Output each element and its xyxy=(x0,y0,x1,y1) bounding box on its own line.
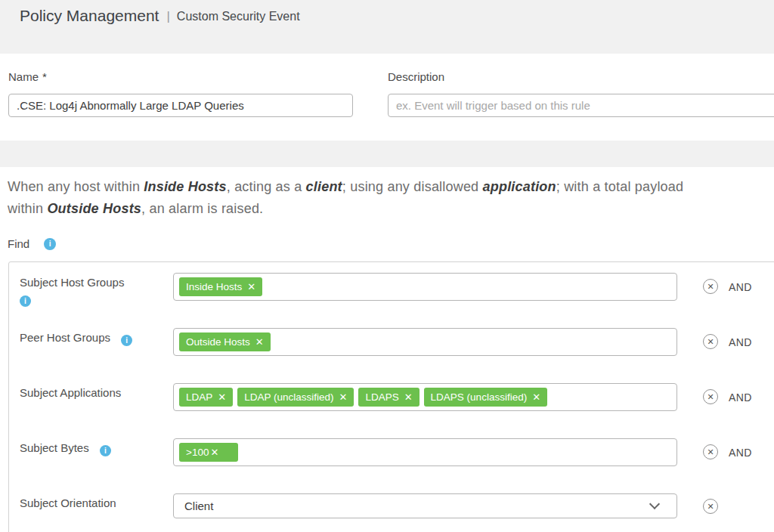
selected-tag: Inside Hosts✕ xyxy=(179,277,262,296)
row-label: Subject Applications xyxy=(20,386,121,399)
finder-row-subject-host-groups: Subject Host Groups i Inside Hosts✕ ✕ AN… xyxy=(9,273,774,308)
info-icon[interactable]: i xyxy=(44,238,56,250)
tag-remove-icon[interactable]: ✕ xyxy=(218,392,226,402)
row-label: Subject Bytes xyxy=(20,441,89,454)
subject-bytes-field[interactable]: >100✕ xyxy=(173,438,677,466)
required-asterisk: * xyxy=(42,70,47,83)
remove-condition-button[interactable]: ✕ xyxy=(703,334,718,349)
selected-tag: >100✕ xyxy=(179,443,238,462)
subject-host-groups-field[interactable]: Inside Hosts✕ xyxy=(173,273,677,301)
finder-row-subject-orientation: Subject Orientation Client ✕ xyxy=(9,493,774,528)
name-input[interactable] xyxy=(8,94,353,117)
find-section-header: Find i xyxy=(8,237,56,250)
tag-remove-icon[interactable]: ✕ xyxy=(210,447,218,457)
header-band: Policy Management | Custom Security Even… xyxy=(0,0,774,54)
emphasis-text: client xyxy=(306,179,342,194)
description-input[interactable] xyxy=(388,94,774,117)
plain-text: ; with a total payload xyxy=(556,179,684,194)
tag-label: >100 xyxy=(186,447,209,458)
chevron-down-icon xyxy=(649,499,660,509)
subject-applications-field[interactable]: LDAP✕LDAP (unclassified)✕LDAPS✕LDAPS (un… xyxy=(173,383,677,411)
and-operator-label: AND xyxy=(729,281,752,293)
tag-remove-icon[interactable]: ✕ xyxy=(247,282,255,292)
remove-condition-button[interactable]: ✕ xyxy=(703,279,718,294)
row-label: Peer Host Groups xyxy=(20,331,110,344)
summary-line-2: within Outside Hosts, an alarm is raised… xyxy=(8,198,774,220)
selected-tag: Outside Hosts✕ xyxy=(179,332,271,351)
subject-orientation-select[interactable]: Client xyxy=(173,493,677,518)
finder-row-subject-applications: Subject Applications LDAP✕LDAP (unclassi… xyxy=(9,383,774,418)
info-icon[interactable]: i xyxy=(20,295,31,307)
plain-text: within xyxy=(8,201,47,216)
plain-text: ; using any disallowed xyxy=(342,179,483,194)
tag-remove-icon[interactable]: ✕ xyxy=(255,337,264,347)
name-label: Name xyxy=(8,70,39,83)
tag-label: LDAP (unclassified) xyxy=(244,391,333,403)
tag-label: LDAPS xyxy=(365,391,398,403)
selected-tag: LDAPS✕ xyxy=(358,388,419,407)
section-divider xyxy=(0,141,774,167)
plain-text: , an alarm is raised. xyxy=(141,201,263,216)
summary-line-1: When any host within Inside Hosts, actin… xyxy=(8,176,774,198)
emphasis-text: Outside Hosts xyxy=(47,201,141,216)
info-icon[interactable]: i xyxy=(121,335,132,346)
emphasis-text: application xyxy=(483,179,556,194)
finder-panel: Subject Host Groups i Inside Hosts✕ ✕ AN… xyxy=(8,261,774,532)
page-title: Policy Management xyxy=(20,7,159,25)
finder-row-subject-bytes: Subject Bytes i >100✕ ✕ AND xyxy=(9,438,774,473)
and-operator-label: AND xyxy=(729,391,752,404)
row-label: Subject Orientation xyxy=(20,496,116,509)
tag-label: Outside Hosts xyxy=(186,336,250,348)
tag-remove-icon[interactable]: ✕ xyxy=(404,392,413,402)
selected-tag: LDAPS (unclassified)✕ xyxy=(424,388,547,407)
plain-text: When any host within xyxy=(8,179,144,194)
tag-remove-icon[interactable]: ✕ xyxy=(532,392,540,402)
plain-text: , acting as a xyxy=(227,179,306,194)
row-label: Subject Host Groups xyxy=(20,276,124,289)
and-operator-label: AND xyxy=(729,447,752,459)
finder-row-peer-host-groups: Peer Host Groups i Outside Hosts✕ ✕ AND xyxy=(9,328,774,363)
selected-option-label: Client xyxy=(184,500,213,512)
and-operator-label: AND xyxy=(729,336,752,348)
peer-host-groups-field[interactable]: Outside Hosts✕ xyxy=(173,328,677,356)
tag-label: LDAP xyxy=(186,391,212,403)
find-label: Find xyxy=(8,237,29,250)
description-field-group: Description xyxy=(388,70,774,117)
policy-summary: When any host within Inside Hosts, actin… xyxy=(8,176,774,220)
description-label: Description xyxy=(388,70,444,83)
selected-tag: LDAP✕ xyxy=(179,388,233,407)
page-subtitle: Custom Security Event xyxy=(177,10,300,23)
emphasis-text: Inside Hosts xyxy=(144,179,226,194)
tag-remove-icon[interactable]: ✕ xyxy=(339,392,348,402)
title-separator: | xyxy=(166,9,169,24)
selected-tag: LDAP (unclassified)✕ xyxy=(237,388,354,407)
remove-condition-button[interactable]: ✕ xyxy=(703,499,718,514)
name-field-group: Name* xyxy=(8,70,353,117)
info-icon[interactable]: i xyxy=(100,445,111,456)
tag-label: Inside Hosts xyxy=(186,281,242,292)
remove-condition-button[interactable]: ✕ xyxy=(703,444,718,459)
remove-condition-button[interactable]: ✕ xyxy=(703,389,718,404)
tag-label: LDAPS (unclassified) xyxy=(431,391,528,403)
